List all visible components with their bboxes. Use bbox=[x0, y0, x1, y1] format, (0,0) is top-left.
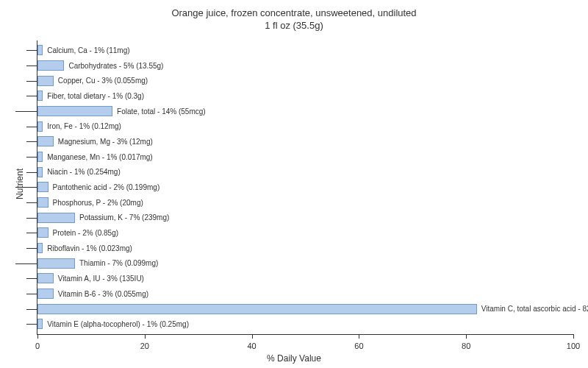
x-tick bbox=[359, 334, 359, 339]
bar bbox=[37, 76, 54, 86]
bar-label: Fiber, total dietary - 1% (0.3g) bbox=[44, 89, 147, 102]
bar-row: Copper, Cu - 3% (0.055mg) bbox=[37, 74, 573, 88]
bar-label: Phosphorus, P - 2% (20mg) bbox=[50, 196, 146, 209]
x-axis-label: % Daily Value bbox=[0, 353, 588, 364]
bar-row: Vitamin A, IU - 3% (135IU) bbox=[37, 272, 573, 285]
x-tick-label: 80 bbox=[462, 342, 470, 350]
bar-label: Niacin - 1% (0.254mg) bbox=[44, 166, 123, 179]
bar-label: Manganese, Mn - 1% (0.017mg) bbox=[44, 150, 155, 163]
title-line2: 1 fl oz (35.5g) bbox=[265, 20, 323, 31]
bar-label: Riboflavin - 1% (0.023mg) bbox=[44, 241, 135, 255]
bar-row: Vitamin E (alpha-tocopherol) - 1% (0.25m… bbox=[37, 317, 573, 330]
bar-label: Folate, total - 14% (55mcg) bbox=[114, 105, 209, 118]
y-tick-major bbox=[15, 263, 37, 264]
bar bbox=[37, 121, 43, 132]
bar-label: Calcium, Ca - 1% (11mg) bbox=[44, 43, 132, 57]
bar bbox=[37, 136, 54, 146]
bar-row: Pantothenic acid - 2% (0.199mg) bbox=[37, 180, 573, 194]
bar-row: Manganese, Mn - 1% (0.017mg) bbox=[37, 150, 573, 163]
bar-label: Vitamin E (alpha-tocopherol) - 1% (0.25m… bbox=[44, 317, 192, 330]
title-line1: Orange juice, frozen concentrate, unswee… bbox=[171, 7, 416, 18]
y-tick-minor bbox=[26, 278, 37, 279]
plot-area: Calcium, Ca - 1% (11mg)Carbohydrates - 5… bbox=[37, 40, 573, 335]
bar bbox=[37, 289, 54, 299]
bar bbox=[37, 45, 43, 55]
y-tick-minor bbox=[26, 96, 37, 96]
y-tick-minor bbox=[26, 66, 37, 66]
y-tick-minor bbox=[26, 218, 37, 219]
y-tick-major bbox=[15, 111, 37, 112]
bar-row: Calcium, Ca - 1% (11mg) bbox=[37, 43, 573, 57]
y-tick-minor bbox=[26, 157, 37, 158]
bar bbox=[37, 304, 477, 314]
bar-row: Potassium, K - 7% (239mg) bbox=[37, 211, 573, 224]
bar-row: Protein - 2% (0.85g) bbox=[37, 226, 573, 239]
bar-row: Thiamin - 7% (0.099mg) bbox=[37, 257, 573, 270]
x-tick-label: 60 bbox=[354, 342, 363, 350]
y-tick-minor bbox=[26, 294, 37, 294]
bar-row: Riboflavin - 1% (0.023mg) bbox=[37, 241, 573, 255]
bar-label: Magnesium, Mg - 3% (12mg) bbox=[55, 135, 156, 148]
bar-row: Carbohydrates - 5% (13.55g) bbox=[37, 59, 573, 72]
bar-label: Vitamin C, total ascorbic acid - 82% (49… bbox=[478, 302, 588, 316]
x-tick-label: 20 bbox=[140, 342, 149, 350]
bar-row: Vitamin B-6 - 3% (0.055mg) bbox=[37, 287, 573, 300]
y-tick-minor bbox=[26, 50, 37, 51]
bar-label: Thiamin - 7% (0.099mg) bbox=[76, 257, 161, 270]
bar bbox=[37, 273, 54, 283]
y-tick-minor bbox=[26, 233, 37, 233]
bar bbox=[37, 319, 43, 329]
bar-row: Magnesium, Mg - 3% (12mg) bbox=[37, 135, 573, 148]
y-tick-minor bbox=[26, 141, 37, 142]
bar bbox=[37, 243, 43, 253]
bar-row: Folate, total - 14% (55mcg) bbox=[37, 105, 573, 118]
bar-row: Niacin - 1% (0.254mg) bbox=[37, 166, 573, 179]
bar bbox=[37, 60, 64, 71]
bar-label: Iron, Fe - 1% (0.12mg) bbox=[44, 120, 124, 133]
bar bbox=[37, 106, 112, 116]
x-ticks: 020406080100 bbox=[37, 334, 573, 349]
bar-row: Iron, Fe - 1% (0.12mg) bbox=[37, 120, 573, 133]
bar-label: Protein - 2% (0.85g) bbox=[50, 226, 122, 239]
x-tick bbox=[573, 334, 574, 339]
bar-label: Copper, Cu - 3% (0.055mg) bbox=[55, 74, 151, 88]
y-tick-minor bbox=[26, 324, 37, 325]
y-tick-minor bbox=[26, 127, 37, 127]
bar-label: Potassium, K - 7% (239mg) bbox=[76, 211, 172, 224]
bar bbox=[37, 213, 75, 223]
y-tick-minor bbox=[26, 248, 37, 249]
bar bbox=[37, 91, 43, 101]
chart-title: Orange juice, frozen concentrate, unswee… bbox=[0, 0, 588, 32]
x-tick bbox=[37, 334, 38, 339]
bar bbox=[37, 227, 49, 238]
bar-label: Carbohydrates - 5% (13.55g) bbox=[65, 59, 166, 72]
bar bbox=[37, 258, 75, 269]
x-tick bbox=[252, 334, 253, 339]
y-tick-minor bbox=[26, 81, 37, 82]
bar-label: Vitamin A, IU - 3% (135IU) bbox=[55, 272, 147, 285]
y-tick-minor bbox=[26, 309, 37, 310]
bars-container: Calcium, Ca - 1% (11mg)Carbohydrates - 5… bbox=[37, 40, 573, 334]
x-tick bbox=[145, 334, 146, 339]
x-tick bbox=[466, 334, 467, 339]
x-tick-label: 0 bbox=[35, 342, 40, 350]
bar bbox=[37, 182, 49, 192]
y-tick-minor bbox=[26, 172, 37, 173]
bar bbox=[37, 197, 49, 208]
x-tick-label: 40 bbox=[247, 342, 256, 350]
bar bbox=[37, 152, 43, 162]
bar-label: Vitamin B-6 - 3% (0.055mg) bbox=[55, 287, 151, 300]
y-tick-minor bbox=[26, 202, 37, 203]
bar bbox=[37, 167, 43, 177]
y-axis-label: Nutrient bbox=[15, 169, 25, 199]
nutrient-chart: Orange juice, frozen concentrate, unswee… bbox=[0, 0, 588, 368]
x-tick-label: 100 bbox=[567, 342, 580, 350]
bar-label: Pantothenic acid - 2% (0.199mg) bbox=[50, 180, 163, 194]
bar-row: Vitamin C, total ascorbic acid - 82% (49… bbox=[37, 302, 573, 316]
bar-row: Fiber, total dietary - 1% (0.3g) bbox=[37, 89, 573, 102]
bar-row: Phosphorus, P - 2% (20mg) bbox=[37, 196, 573, 209]
y-tick-major bbox=[15, 187, 37, 188]
